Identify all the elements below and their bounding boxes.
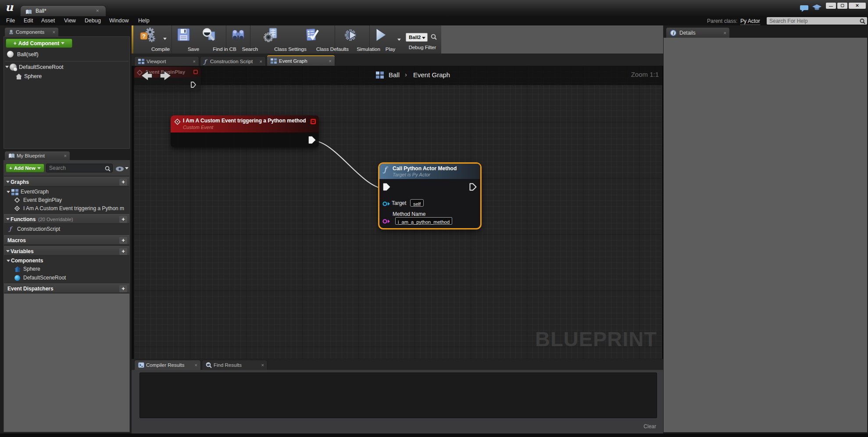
help-search-box[interactable] [767, 17, 867, 25]
exec-in-pin[interactable] [383, 183, 390, 193]
tab-construction-close-icon[interactable]: × [260, 59, 262, 64]
asset-tab-close-icon[interactable]: × [96, 8, 99, 13]
node-red-box[interactable] [311, 119, 316, 124]
compile-icon: ? [139, 27, 156, 45]
target-value-box[interactable]: self [410, 199, 424, 207]
variable-sphere-item[interactable]: Sphere [4, 265, 129, 273]
menu-help[interactable]: Help [138, 18, 150, 24]
tab-compiler-results-close-icon[interactable]: × [195, 363, 197, 368]
plus-icon: + [14, 40, 17, 47]
function-icon: ƒ [384, 165, 386, 174]
tab-construction-label: Construction Script [210, 59, 253, 64]
unreal-logo-icon: u [5, 1, 13, 14]
simulation-button[interactable]: Simulation [336, 25, 368, 54]
eye-icon[interactable] [115, 165, 124, 173]
custom-event-item[interactable]: I Am A Custom Event triggering a Python … [4, 204, 129, 213]
graph-icon [11, 189, 19, 197]
minimize-button[interactable]: — [826, 3, 836, 9]
menu-window[interactable]: Window [109, 18, 129, 24]
menu-asset[interactable]: Asset [41, 18, 55, 24]
add-function-button[interactable]: + [119, 216, 127, 223]
add-graph-button[interactable]: + [119, 179, 127, 186]
method-name-pin-icon[interactable] [382, 218, 391, 226]
add-macro-button[interactable]: + [119, 237, 127, 244]
parent-class-value[interactable]: Py Actor [740, 18, 760, 25]
graphs-section-header[interactable]: Graphs + [4, 177, 129, 186]
components-panel-body: +Add Component Ball(self) DefaultSceneRo… [4, 36, 130, 149]
find-in-cb-button[interactable]: Find in CB [194, 25, 225, 54]
event-graph-canvas[interactable]: Ball › Event Graph Zoom 1:1 Event BeginP… [134, 66, 662, 359]
details-panel-close-icon[interactable]: × [724, 30, 726, 35]
toolbar-search-button[interactable]: Search [226, 25, 250, 54]
components-panel-tab[interactable]: Components × [4, 27, 59, 36]
variable-scene-root-item[interactable]: DefaultSceneRoot [4, 274, 129, 282]
tab-viewport-label: Viewport [146, 59, 166, 64]
event-dispatchers-section-header[interactable]: Event Dispatchers + [4, 283, 129, 293]
clear-button[interactable]: Clear [643, 423, 656, 430]
tab-find-results-close-icon[interactable]: × [261, 363, 264, 368]
maximize-button[interactable]: ▢ [837, 3, 847, 9]
tab-find-results[interactable]: Find Results × [202, 360, 268, 370]
save-button[interactable]: Save [173, 25, 193, 54]
blueprint-search-input[interactable] [49, 165, 102, 172]
add-new-button[interactable]: +Add New [6, 164, 44, 172]
class-defaults-icon [304, 27, 320, 45]
blueprint-search-box[interactable] [46, 164, 113, 172]
details-panel-tab[interactable]: i Details × [666, 27, 730, 38]
components-panel-close-icon[interactable]: × [53, 30, 55, 35]
tab-viewport-close-icon[interactable]: × [193, 59, 196, 64]
target-pin-label: Target [392, 200, 406, 206]
compiler-results-output[interactable] [139, 373, 657, 418]
menu-file[interactable]: File [6, 18, 15, 24]
components-subheader-label: Components [11, 258, 43, 264]
method-name-input[interactable]: i_am_a_python_method [395, 217, 452, 225]
graduation-cap-icon[interactable] [812, 4, 822, 13]
play-button[interactable]: Play [371, 25, 390, 54]
target-pin-icon[interactable] [382, 201, 391, 208]
exec-out-pin[interactable] [469, 183, 477, 193]
play-icon [372, 27, 389, 45]
play-options-icon[interactable] [397, 39, 401, 41]
my-blueprint-panel-close-icon[interactable]: × [64, 154, 67, 158]
event-graph-item[interactable]: EventGraph [4, 188, 129, 196]
class-settings-button[interactable]: Class Settings [252, 25, 290, 54]
close-button[interactable]: ✕ [849, 3, 866, 9]
component-row-scene-root[interactable]: DefaultSceneRoot [4, 63, 129, 72]
class-defaults-button[interactable]: Class Defaults [291, 25, 332, 54]
chat-bubble-icon[interactable] [800, 5, 809, 14]
variables-components-subheader[interactable]: Components [4, 257, 129, 265]
add-dispatcher-button[interactable]: + [119, 285, 127, 292]
debug-target-dropdown[interactable]: Ball2 [406, 33, 428, 42]
functions-section-header[interactable]: Functions (20 Overridable) + [4, 214, 129, 224]
tab-event-graph-close-icon[interactable]: × [329, 59, 332, 64]
add-component-button[interactable]: +Add Component [6, 39, 72, 48]
menu-edit[interactable]: Edit [24, 18, 33, 24]
expander-icon[interactable] [7, 260, 10, 262]
expander-icon[interactable] [5, 66, 9, 68]
exec-out-pin[interactable] [308, 136, 316, 146]
tab-event-graph[interactable]: Event Graph × [267, 55, 335, 66]
node-custom-event[interactable]: I Am A Custom Event triggering a Python … [171, 115, 319, 147]
node-call-python-method[interactable]: ƒ Call Python Actor Method Target is Py … [378, 162, 482, 229]
component-row-ball[interactable]: Ball(self) [4, 50, 129, 59]
compile-button[interactable]: ? Compile [134, 25, 161, 54]
construction-script-item[interactable]: ƒ ConstructionScript [4, 225, 129, 233]
tab-construction-script[interactable]: ƒ Construction Script × [200, 56, 266, 66]
event-begin-play-item[interactable]: Event BeginPlay [4, 196, 129, 204]
my-blueprint-panel-tab[interactable]: My Blueprint × [4, 151, 70, 160]
variables-section-header[interactable]: Variables + [4, 246, 129, 256]
debug-filter-search-icon[interactable] [431, 34, 437, 42]
help-search-input[interactable] [769, 17, 855, 25]
variable-scene-root-label: DefaultSceneRoot [23, 275, 66, 281]
tab-compiler-results[interactable]: Compiler Results × [134, 360, 201, 370]
compile-options-icon[interactable] [163, 38, 167, 40]
add-variable-button[interactable]: + [119, 248, 127, 255]
menu-view[interactable]: View [64, 18, 76, 24]
eye-dropdown-icon[interactable] [125, 167, 129, 169]
component-row-sphere[interactable]: Sphere [4, 72, 129, 81]
macros-section-header[interactable]: Macros + [4, 235, 129, 245]
expander-icon[interactable] [7, 191, 10, 193]
asset-tab[interactable]: Ball* × [20, 5, 106, 16]
menu-debug[interactable]: Debug [85, 18, 101, 24]
tab-viewport[interactable]: Viewport × [134, 56, 199, 66]
